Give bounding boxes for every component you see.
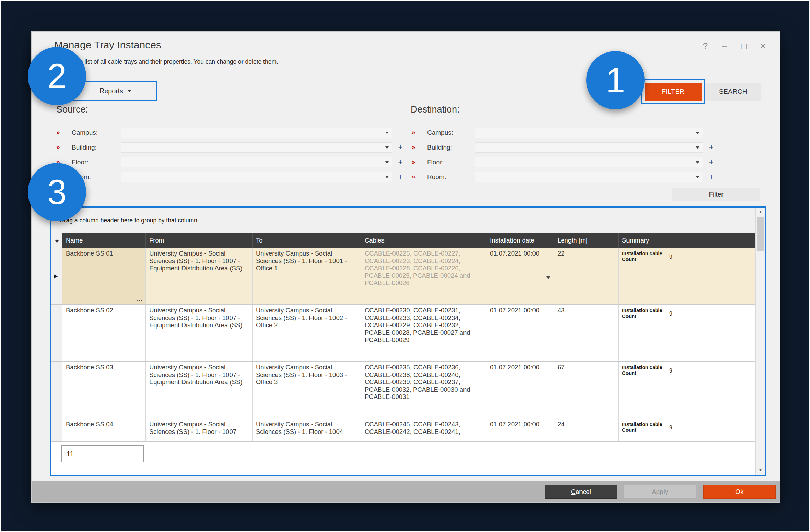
vertical-scrollbar[interactable]: ▲ ▼ (755, 208, 765, 475)
column-header-length[interactable]: Length [m] (554, 233, 619, 248)
column-header-to[interactable]: To (253, 233, 361, 248)
source-floor-label: Floor: (72, 158, 89, 166)
destination-building-row: » Building: + (412, 142, 720, 153)
reports-button[interactable]: Reports (73, 81, 157, 101)
destination-floor-row: » Floor: + (412, 157, 720, 167)
annotation-badge-2: 2 (28, 47, 86, 105)
help-icon[interactable]: ? (700, 40, 711, 51)
chevron-double-icon: » (56, 143, 60, 151)
destination-room-label: Room: (427, 173, 446, 181)
grid-main: Drag a column header here to group by th… (51, 208, 755, 475)
cell-to: University Campus - Social Sciences (SS)… (253, 305, 361, 361)
chevron-double-icon: » (412, 158, 415, 166)
summary-value: 9 (669, 253, 672, 261)
chevron-double-icon: » (56, 129, 60, 136)
chevron-double-icon: » (412, 173, 415, 180)
ellipsis-button[interactable]: ... (137, 296, 143, 303)
minimize-icon[interactable]: – (719, 40, 730, 51)
chevron-down-icon (385, 161, 389, 164)
chevron-double-icon: » (412, 143, 415, 151)
source-room-dropdown[interactable] (121, 172, 392, 182)
source-building-row: » Building: + (56, 142, 410, 153)
cell-name: Backbone SS 03 (62, 362, 146, 418)
scroll-up-icon[interactable]: ▲ (756, 210, 765, 214)
row-gutter: ▶ (51, 248, 62, 304)
annotation-badge-1: 1 (586, 51, 645, 109)
grid-options-icon[interactable]: * (51, 233, 62, 248)
cell-from: University Campus - Social Sciences (SS)… (146, 305, 253, 361)
search-tab-button[interactable]: SEARCH (705, 83, 761, 101)
cell-to: University Campus - Social Sciences (SS)… (253, 362, 361, 418)
chevron-down-icon (696, 161, 699, 164)
cell-summary: Installation cable Count 9 (619, 418, 755, 441)
cell-summary: Installation cable Count 9 (619, 248, 755, 304)
cell-installation-date: 01.07.2021 00:00 (486, 418, 554, 441)
cell-length: 67 (554, 362, 619, 418)
destination-building-label: Building: (427, 144, 452, 151)
record-count-input[interactable] (61, 445, 144, 462)
source-building-label: Building: (72, 144, 97, 151)
close-icon[interactable]: × (758, 40, 768, 51)
summary-label: Installation cable Count (622, 422, 664, 433)
column-header-installation-date[interactable]: Installation date (486, 233, 554, 248)
summary-value: 9 (669, 367, 672, 375)
add-building-button[interactable]: + (396, 142, 405, 153)
summary-value: 9 (669, 424, 672, 431)
filter-apply-button[interactable]: Filter (672, 188, 760, 201)
add-room-button[interactable]: + (396, 172, 405, 182)
dialog-subtitle: Below is a list of all cable trays and t… (56, 58, 278, 66)
add-building-button[interactable]: + (707, 142, 716, 153)
date-dropdown-icon[interactable] (546, 276, 550, 279)
summary-label: Installation cable Count (622, 251, 664, 262)
cell-cables: CCABLE-00225, CCABLE-00227, CCABLE-00223… (361, 248, 486, 304)
cell-to: University Campus - Social Sciences (SS)… (253, 418, 361, 441)
column-header-from[interactable]: From (146, 233, 253, 248)
window-controls: ? – □ × (700, 40, 768, 51)
apply-button[interactable]: Apply (623, 485, 696, 499)
source-campus-dropdown[interactable] (121, 128, 392, 138)
ok-button[interactable]: Ok (703, 485, 776, 499)
chevron-down-icon (385, 176, 389, 178)
chevron-down-icon (385, 132, 389, 134)
cell-from: University Campus - Social Sciences (SS)… (146, 362, 253, 418)
scroll-down-icon[interactable]: ▼ (756, 468, 765, 472)
column-header-summary[interactable]: Summary (619, 233, 755, 248)
cell-length: 43 (554, 305, 619, 361)
destination-campus-dropdown[interactable] (475, 128, 703, 138)
cell-summary: Installation cable Count 9 (619, 362, 755, 418)
group-by-hint: Drag a column header here to group by th… (51, 208, 755, 233)
destination-building-dropdown[interactable] (475, 142, 703, 153)
desktop-background: Manage Tray Instances ? – □ × Below is a… (0, 0, 810, 532)
cell-from: University Campus - Social Sciences (SS)… (146, 248, 253, 304)
table-row[interactable]: Backbone SS 02 University Campus - Socia… (51, 305, 755, 362)
row-gutter (51, 305, 62, 361)
maximize-icon[interactable]: □ (738, 40, 749, 51)
grid-header-row: * Name From To Cables Installation date … (51, 233, 755, 248)
table-row[interactable]: ▶ Backbone SS 01 ... University Campus -… (51, 248, 755, 305)
dialog-footer: Cancel Apply Ok (32, 481, 780, 502)
table-row[interactable]: Backbone SS 03 University Campus - Socia… (51, 362, 755, 418)
column-header-cables[interactable]: Cables (361, 233, 486, 248)
cancel-button[interactable]: Cancel (545, 485, 617, 499)
scrollbar-thumb[interactable] (757, 217, 764, 251)
source-floor-dropdown[interactable] (121, 157, 392, 167)
destination-floor-dropdown[interactable] (475, 157, 703, 167)
summary-value: 9 (669, 310, 672, 318)
table-row[interactable]: Backbone SS 04 University Campus - Socia… (51, 418, 755, 442)
add-floor-button[interactable]: + (707, 157, 716, 167)
cell-name: Backbone SS 02 (62, 305, 146, 361)
reports-label: Reports (99, 87, 123, 95)
summary-label: Installation cable Count (622, 365, 664, 376)
cell-length: 22 (554, 248, 619, 304)
chevron-down-icon (696, 132, 699, 134)
filter-tab-button[interactable]: FILTER (645, 83, 702, 101)
add-room-button[interactable]: + (707, 172, 716, 182)
chevron-down-icon (696, 146, 699, 149)
column-header-name[interactable]: Name (62, 233, 146, 248)
annotation-badge-3: 3 (28, 163, 86, 221)
add-floor-button[interactable]: + (396, 157, 405, 167)
cell-installation-date: 01.07.2021 00:00 (486, 248, 554, 304)
destination-room-dropdown[interactable] (475, 172, 703, 182)
tray-grid: Drag a column header here to group by th… (50, 206, 766, 476)
source-building-dropdown[interactable] (121, 142, 392, 153)
